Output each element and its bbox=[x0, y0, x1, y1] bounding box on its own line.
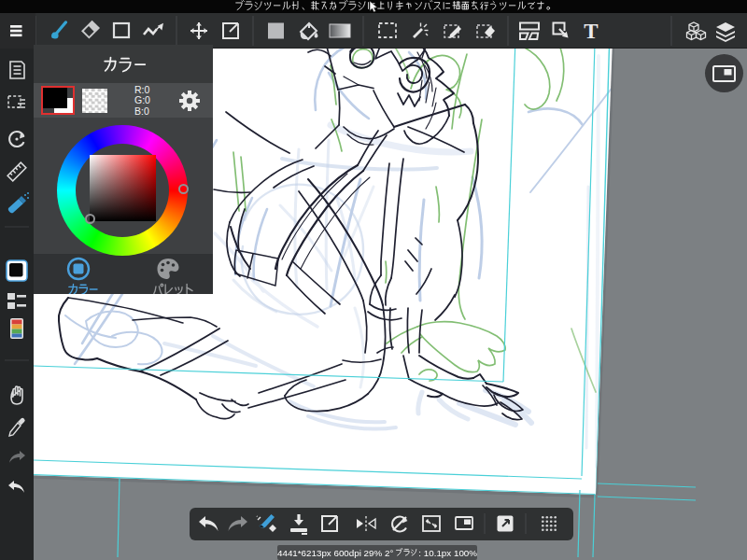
svg-text:T: T bbox=[584, 20, 598, 43]
